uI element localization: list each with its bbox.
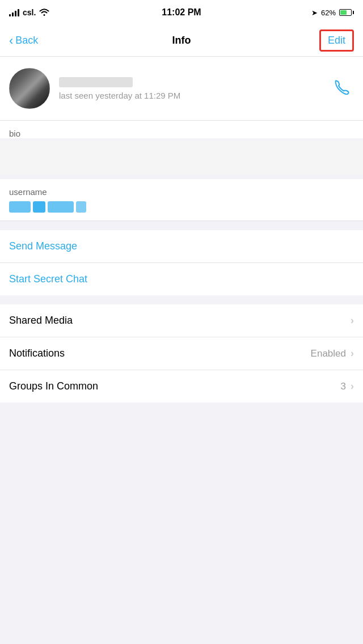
call-button[interactable]: [329, 74, 354, 103]
section-divider-2: [0, 221, 363, 226]
groups-in-common-value: 3: [341, 381, 346, 392]
start-secret-chat-button[interactable]: Start Secret Chat: [0, 263, 363, 295]
back-button[interactable]: ‹ Back: [9, 33, 38, 48]
last-seen-label: last seen yesterday at 11:29 PM: [59, 91, 180, 100]
bio-content: [0, 141, 363, 175]
status-time: 11:02 PM: [162, 7, 201, 18]
nav-bar: ‹ Back Info Edit: [0, 25, 363, 57]
avatar: [9, 68, 50, 109]
carrier-label: csl.: [23, 8, 36, 17]
username-section: username: [0, 179, 363, 221]
profile-left: last seen yesterday at 11:29 PM: [9, 68, 180, 109]
shared-media-label: Shared Media: [9, 315, 73, 327]
battery-icon: [339, 9, 354, 16]
edit-button[interactable]: Edit: [319, 29, 354, 52]
actions-section: Send Message Start Secret Chat: [0, 230, 363, 295]
section-divider-1: [0, 175, 363, 179]
list-section: Shared Media › Notifications Enabled › G…: [0, 304, 363, 402]
username-blur-3: [48, 201, 74, 213]
bio-label: bio: [9, 129, 354, 138]
shared-media-item[interactable]: Shared Media ›: [0, 304, 363, 337]
battery-percent-label: 62%: [321, 9, 336, 17]
notifications-item[interactable]: Notifications Enabled ›: [0, 337, 363, 370]
username-label: username: [9, 187, 354, 197]
back-label: Back: [15, 35, 38, 46]
chevron-right-icon: ›: [351, 348, 354, 359]
location-arrow-icon: ➤: [311, 9, 318, 17]
groups-in-common-item[interactable]: Groups In Common 3 ›: [0, 370, 363, 402]
username-blur-4: [76, 201, 86, 213]
bio-section: bio: [0, 121, 363, 138]
groups-in-common-label: Groups In Common: [9, 380, 98, 392]
username-blur-1: [9, 201, 31, 213]
status-bar: csl. 11:02 PM ➤ 62%: [0, 0, 363, 25]
notifications-right: Enabled ›: [311, 348, 354, 359]
username-value: [9, 201, 354, 213]
chevron-right-icon: ›: [351, 380, 354, 392]
wifi-icon: [39, 8, 49, 18]
profile-section: last seen yesterday at 11:29 PM: [0, 57, 363, 121]
send-message-button[interactable]: Send Message: [0, 230, 363, 263]
notifications-value: Enabled: [311, 348, 346, 359]
groups-in-common-right: 3 ›: [341, 380, 354, 392]
back-chevron-icon: ‹: [9, 33, 13, 48]
shared-media-right: ›: [351, 315, 354, 327]
status-right: ➤ 62%: [311, 9, 354, 17]
chevron-right-icon: ›: [351, 315, 354, 327]
page-title: Info: [172, 35, 191, 46]
profile-info: last seen yesterday at 11:29 PM: [59, 77, 180, 100]
status-left: csl.: [9, 8, 49, 18]
notifications-label: Notifications: [9, 348, 65, 359]
profile-name-blur: [59, 77, 133, 87]
username-blur-2: [33, 201, 45, 213]
signal-bars: [9, 9, 19, 16]
section-divider-3: [0, 295, 363, 300]
